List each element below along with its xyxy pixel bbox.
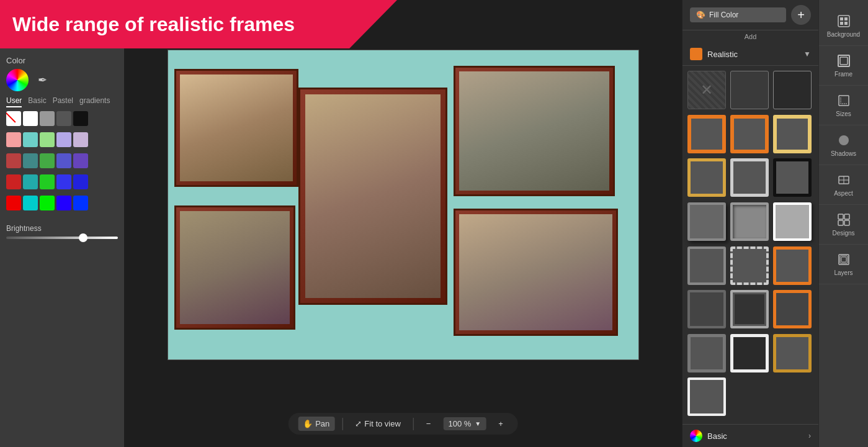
frame-thumb-dark[interactable] xyxy=(773,71,812,109)
tab-basic[interactable]: Basic xyxy=(28,96,46,107)
color-label: Color xyxy=(6,56,118,65)
frame-thumb-gray1[interactable] xyxy=(687,246,726,285)
tab-pastel[interactable]: Pastel xyxy=(53,96,73,107)
swatch-white[interactable] xyxy=(23,111,38,126)
plus-icon: + xyxy=(498,419,503,428)
swatch-pink[interactable] xyxy=(6,132,21,147)
frame-thumb-white2[interactable] xyxy=(730,334,769,372)
swatch-green2[interactable] xyxy=(40,153,55,168)
frame-thumb-black[interactable] xyxy=(773,158,812,197)
swatch-lightgreen[interactable] xyxy=(40,132,55,147)
fill-color-button[interactable]: 🎨 Fill Color xyxy=(690,7,786,22)
frame-thumb-orange2[interactable] xyxy=(773,246,812,285)
swatch-blue4[interactable] xyxy=(56,196,71,210)
layers-label: Layers xyxy=(834,269,852,276)
bottom-style-selector[interactable]: Basic › xyxy=(682,424,818,447)
right-panel: Background Frame Sizes Shadows xyxy=(818,0,868,447)
tool-sizes[interactable]: Sizes xyxy=(819,86,868,125)
swatch-teal[interactable] xyxy=(23,132,38,147)
tool-shadows[interactable]: Shadows xyxy=(819,125,868,165)
frame-1 xyxy=(174,69,298,187)
tool-layers[interactable]: Layers xyxy=(819,245,868,284)
frame-thumb-gold2[interactable] xyxy=(687,158,726,197)
frame-thumb-shadow2[interactable] xyxy=(730,202,769,241)
swatch-purple2[interactable] xyxy=(73,153,88,168)
swatch-red4[interactable] xyxy=(6,196,21,210)
svg-rect-12 xyxy=(844,214,849,219)
frame-topright-mat xyxy=(459,71,609,191)
frame-thumb-orange-selected[interactable] xyxy=(730,115,769,153)
frame-thumb-inset1[interactable] xyxy=(730,290,769,328)
zoom-out-button[interactable]: − xyxy=(421,417,436,431)
zoom-level: 100 % xyxy=(448,419,471,428)
frame-thumb-gray2[interactable] xyxy=(687,334,726,372)
frame-thumb-gold3[interactable] xyxy=(773,334,812,372)
pan-button[interactable]: ✋ Pan xyxy=(298,417,334,431)
swatch-transparent[interactable] xyxy=(6,111,21,126)
main-canvas: ✋ Pan ⤢ Fit to view − 100 % ▼ + xyxy=(124,0,682,447)
swatch-blue2[interactable] xyxy=(56,153,71,168)
eyedropper-button[interactable]: ✒ xyxy=(34,71,51,89)
swatch-darkblue3[interactable] xyxy=(73,174,88,189)
frame-thumb-silver[interactable] xyxy=(730,158,769,197)
frame-thumb-orange[interactable] xyxy=(687,115,726,153)
brightness-slider[interactable] xyxy=(6,237,118,239)
tool-frame[interactable]: Frame xyxy=(819,46,868,86)
frame-panel-header: 🎨 Fill Color + xyxy=(682,0,818,30)
swatch-blue3[interactable] xyxy=(56,174,71,189)
swatch-lilac[interactable] xyxy=(73,132,88,147)
tool-background[interactable]: Background xyxy=(819,6,868,46)
svg-rect-2 xyxy=(844,17,848,20)
color-tabs: User Basic Pastel gradients xyxy=(6,96,118,107)
frame-topright xyxy=(454,66,615,196)
chevron-down-icon: ▼ xyxy=(475,420,481,427)
tab-user[interactable]: User xyxy=(6,96,22,107)
swatch-red3[interactable] xyxy=(6,174,21,189)
frame-1-photo xyxy=(180,74,293,181)
frame-thumb-orange3[interactable] xyxy=(773,290,812,328)
frame-thumb-dark2[interactable] xyxy=(687,290,726,328)
fit-to-view-button[interactable]: ⤢ Fit to view xyxy=(350,417,406,431)
separator-1 xyxy=(342,418,342,430)
frame-thumb-white3[interactable] xyxy=(687,377,726,416)
tool-aspect[interactable]: Aspect xyxy=(819,165,868,205)
svg-rect-3 xyxy=(840,22,843,25)
frame-thumb-empty[interactable]: ✕ xyxy=(687,71,726,109)
color-wheel-row: ✒ xyxy=(6,69,118,91)
frame-bottomright-photo xyxy=(459,214,612,330)
add-button[interactable]: + xyxy=(791,5,811,25)
swatch-black[interactable] xyxy=(73,111,88,126)
sizes-label: Sizes xyxy=(836,111,851,117)
svg-point-7 xyxy=(839,135,849,145)
frame-thumb-plain[interactable] xyxy=(730,71,769,109)
swatch-cyan3[interactable] xyxy=(23,174,38,189)
shadows-label: Shadows xyxy=(831,150,856,157)
swatch-red2[interactable] xyxy=(6,153,21,168)
tool-designs[interactable]: Designs xyxy=(819,205,868,245)
canvas-content xyxy=(168,50,639,360)
brightness-thumb[interactable] xyxy=(79,233,87,242)
frame-thumb-shadow1[interactable] xyxy=(687,202,726,241)
svg-rect-1 xyxy=(840,17,843,20)
swatch-lavender[interactable] xyxy=(56,132,71,147)
frame-thumb-gold[interactable] xyxy=(773,115,812,153)
color-wheel[interactable] xyxy=(6,69,29,91)
swatch-green3[interactable] xyxy=(40,174,55,189)
tab-gradients[interactable]: gradients xyxy=(79,96,110,107)
frame-center-mat xyxy=(305,94,441,298)
swatch-gray[interactable] xyxy=(40,111,55,126)
svg-rect-13 xyxy=(838,220,843,225)
brightness-label: Brightness xyxy=(6,224,118,233)
swatch-darkgray[interactable] xyxy=(56,111,71,126)
style-selector[interactable]: Realistic ▼ xyxy=(682,43,818,66)
zoom-in-button[interactable]: + xyxy=(493,417,508,431)
swatch-teal2[interactable] xyxy=(23,153,38,168)
frame-bottomleft-photo xyxy=(180,211,290,324)
frame-thumb-dashed[interactable] xyxy=(730,246,769,285)
designs-icon xyxy=(836,212,851,227)
style-color-basic xyxy=(690,430,702,442)
swatch-cyan4[interactable] xyxy=(23,196,38,210)
frame-thumb-shadow3[interactable] xyxy=(773,202,812,241)
swatch-green4[interactable] xyxy=(40,196,55,210)
swatch-blue5[interactable] xyxy=(73,196,88,210)
